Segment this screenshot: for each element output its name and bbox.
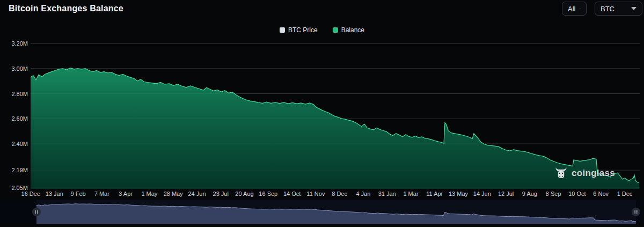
x-tick-label: 16 Sep	[259, 191, 277, 197]
y-tick-label: 3.00M	[11, 65, 28, 72]
x-tick-label: 12 Jul	[498, 191, 514, 197]
x-tick-label: 6 Nov	[593, 191, 609, 197]
x-tick-label: 14 Jun	[473, 191, 491, 197]
navigator-left-handle[interactable]	[32, 208, 41, 216]
x-tick-label: 11 Nov	[306, 191, 325, 197]
coinglass-exchange-balance-widget: Bitcoin Exchanges Balance All BTC BTC Pr…	[0, 0, 644, 227]
balance-area-fill	[31, 68, 639, 189]
x-tick-label: 20 Aug	[235, 191, 253, 197]
x-tick-label: 16 Dec	[21, 191, 40, 197]
y-tick-label: 3.20M	[11, 40, 28, 47]
x-tick-label: 13 May	[449, 191, 468, 197]
x-tick-label: 10 Oct	[568, 191, 586, 197]
x-tick-label: 31 Jan	[378, 191, 396, 197]
x-axis-labels: 16 Dec13 Jan9 Feb7 Mar3 Apr1 May28 May24…	[0, 191, 644, 198]
y-tick-label: 2.40M	[11, 141, 28, 147]
y-tick-label: 2.60M	[11, 115, 28, 122]
x-tick-label: 1 Dec	[617, 191, 633, 197]
range-navigator[interactable]	[0, 200, 644, 224]
x-tick-label: 1 Mar	[403, 191, 418, 197]
y-tick-label: 2.19M	[11, 167, 28, 173]
x-tick-label: 9 Feb	[71, 191, 86, 197]
x-tick-label: 14 Oct	[283, 191, 301, 197]
x-tick-label: 11 Apr	[426, 191, 443, 197]
x-tick-label: 9 Aug	[522, 191, 537, 197]
x-tick-label: 24 Jun	[188, 191, 206, 197]
x-tick-label: 23 Jul	[213, 191, 229, 197]
x-tick-label: 4 Jan	[356, 191, 370, 197]
x-tick-label: 3 Apr	[119, 191, 133, 197]
x-tick-label: 28 May	[164, 191, 183, 197]
x-tick-label: 13 Jan	[46, 191, 63, 197]
y-tick-label: 2.80M	[11, 91, 28, 97]
x-tick-label: 7 Mar	[94, 191, 109, 197]
x-tick-label: 1 May	[141, 191, 157, 197]
navigator-right-handle[interactable]	[632, 208, 640, 216]
x-tick-label: 8 Dec	[332, 191, 347, 197]
y-tick-label: 2.05M	[11, 185, 28, 191]
x-tick-label: 8 Sep	[546, 191, 561, 197]
